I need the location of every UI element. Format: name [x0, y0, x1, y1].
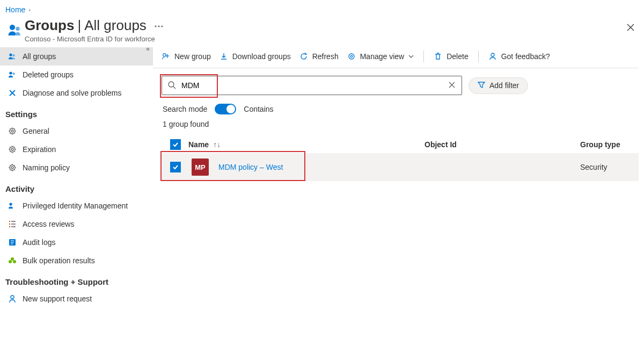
sidebar-item-general[interactable]: General: [0, 122, 153, 140]
sidebar-item-label: Expiration: [23, 145, 56, 154]
toolbar-label: Got feedback?: [501, 52, 550, 61]
sidebar-item-expiration[interactable]: Expiration: [0, 140, 153, 159]
svg-point-15: [13, 260, 16, 263]
sidebar-item-label: Naming policy: [23, 163, 70, 172]
checklist-icon: [8, 219, 17, 229]
feedback-button[interactable]: Got feedback?: [488, 52, 550, 61]
svg-point-11: [11, 167, 13, 169]
groups-deleted-icon: [8, 70, 17, 80]
download-icon: [219, 52, 228, 61]
title-right: All groups: [84, 17, 147, 34]
table-header: Name ↑↓ Object Id Group type: [160, 136, 639, 153]
sidebar-item-support-request[interactable]: New support request: [0, 290, 153, 308]
sidebar-item-access-reviews[interactable]: Access reviews: [0, 215, 153, 233]
diagnose-icon: [8, 88, 17, 98]
svg-point-7: [11, 130, 13, 132]
sidebar-item-label: Audit logs: [23, 238, 55, 247]
toolbar-label: Manage view: [360, 52, 405, 61]
groups-icon: [5, 20, 25, 40]
sidebar-item-label: Diagnose and solve problems: [23, 89, 121, 97]
sidebar-item-all-groups[interactable]: All groups: [0, 47, 153, 66]
gear-icon: [8, 163, 17, 172]
gear-icon: [8, 145, 17, 154]
sidebar-section-activity: Activity: [0, 177, 153, 197]
toolbar-label: Refresh: [312, 52, 339, 61]
svg-point-20: [350, 55, 353, 57]
download-button[interactable]: Download groups: [219, 52, 291, 61]
svg-point-3: [13, 54, 15, 56]
toolbar-label: Delete: [447, 52, 468, 61]
sidebar-item-audit-logs[interactable]: Audit logs: [0, 233, 153, 251]
sidebar-item-label: Access reviews: [23, 220, 74, 228]
search-mode-toggle[interactable]: [215, 104, 236, 114]
svg-point-16: [11, 257, 14, 261]
gear-icon: [8, 126, 17, 136]
add-filter-label: Add filter: [489, 81, 519, 90]
feedback-icon: [488, 52, 497, 61]
new-group-button[interactable]: New group: [162, 52, 211, 61]
sidebar-item-pim[interactable]: Privileged Identity Management: [0, 197, 153, 215]
title-separator: |: [77, 17, 81, 34]
sidebar-item-bulk-ops[interactable]: Bulk operation results: [0, 251, 153, 270]
sidebar-item-label: Deleted groups: [23, 70, 74, 79]
sidebar-item-deleted-groups[interactable]: Deleted groups: [0, 66, 153, 84]
column-header-object-id[interactable]: Object Id: [425, 140, 580, 149]
new-group-icon: [162, 52, 170, 61]
svg-point-19: [349, 54, 354, 59]
groups-icon: [8, 52, 17, 61]
title-left: Groups: [25, 17, 74, 34]
chevron-down-icon: [408, 52, 414, 61]
search-row: Add filter: [153, 68, 639, 98]
svg-point-4: [9, 71, 12, 74]
breadcrumb: Home ›: [0, 0, 644, 17]
add-filter-button[interactable]: Add filter: [469, 77, 528, 94]
group-name-link[interactable]: MDM policy – West: [218, 163, 283, 171]
collapse-sidebar-icon[interactable]: «: [146, 45, 150, 53]
search-mode-row: Search mode Contains: [153, 98, 639, 117]
page-title: Groups | All groups ⋯: [25, 17, 625, 34]
toolbar-label: New group: [174, 52, 211, 61]
svg-point-17: [11, 296, 14, 299]
refresh-icon: [299, 52, 308, 61]
toolbar-label: Download groups: [232, 52, 291, 61]
sidebar-section-settings: Settings: [0, 102, 153, 122]
main-content: New group Download groups Refresh Manage…: [153, 45, 644, 308]
table-row[interactable]: MP MDM policy – West Security: [160, 153, 639, 181]
log-icon: [8, 237, 17, 247]
sidebar-item-label: New support request: [23, 294, 92, 303]
svg-point-1: [16, 27, 20, 31]
more-actions-icon[interactable]: ⋯: [149, 20, 164, 32]
svg-point-22: [169, 82, 174, 87]
sidebar: « All groups Deleted groups Diagnose and…: [0, 45, 153, 308]
support-icon: [8, 294, 17, 304]
manage-view-button[interactable]: Manage view: [347, 52, 414, 61]
delete-button[interactable]: Delete: [434, 52, 468, 61]
search-mode-value: Contains: [244, 105, 273, 113]
column-header-group-type[interactable]: Group type: [580, 140, 636, 149]
search-icon: [162, 81, 181, 91]
people-icon: [8, 201, 17, 211]
sidebar-item-label: Privileged Identity Management: [23, 201, 128, 210]
search-input[interactable]: [181, 76, 442, 95]
sidebar-item-label: All groups: [23, 52, 56, 61]
toolbar: New group Download groups Refresh Manage…: [153, 48, 639, 68]
svg-point-0: [10, 25, 15, 30]
page-subtitle: Contoso - Microsoft Entra ID for workfor…: [25, 35, 625, 43]
breadcrumb-home[interactable]: Home: [5, 5, 25, 14]
sidebar-item-naming-policy[interactable]: Naming policy: [0, 159, 153, 177]
clear-search-icon[interactable]: [442, 81, 462, 90]
select-all-checkbox[interactable]: [163, 139, 188, 150]
header-label: Name: [188, 140, 209, 149]
sidebar-item-diagnose[interactable]: Diagnose and solve problems: [0, 84, 153, 102]
column-header-name[interactable]: Name ↑↓: [188, 140, 425, 149]
filter-icon: [478, 81, 485, 90]
svg-point-21: [491, 53, 494, 56]
sidebar-item-label: Bulk operation results: [23, 256, 95, 265]
sidebar-item-label: General: [23, 127, 49, 135]
search-mode-label: Search mode: [163, 105, 207, 113]
toolbar-divider: [423, 51, 424, 62]
close-button[interactable]: [625, 21, 636, 35]
refresh-button[interactable]: Refresh: [299, 52, 339, 61]
row-checkbox[interactable]: [170, 162, 181, 172]
svg-point-9: [11, 148, 13, 150]
